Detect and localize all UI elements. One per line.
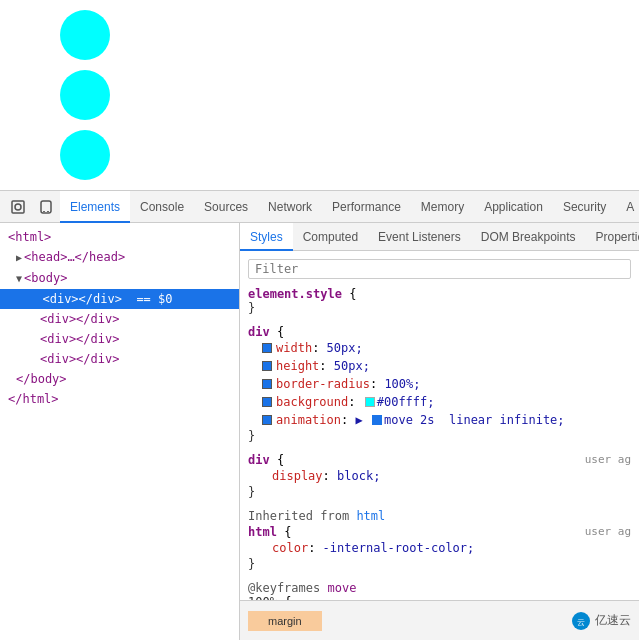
color-swatch-bg[interactable] [365, 397, 375, 407]
circle-1 [60, 10, 110, 60]
tab-performance[interactable]: Performance [322, 191, 411, 223]
css-selector-element-style: element.style { [248, 287, 631, 301]
css-block-element-style: element.style { } [248, 287, 631, 315]
subtab-computed[interactable]: Computed [293, 223, 368, 251]
devtools-content: <html> ▶<head>…</head> ▼<body> <div></di… [0, 223, 639, 640]
devtools-toolbar: Elements Console Sources Network Perform… [0, 191, 639, 223]
css-line-border-radius: border-radius: 100%; [248, 375, 631, 393]
dom-div-2[interactable]: <div></div> [0, 329, 239, 349]
svg-rect-3 [43, 211, 45, 212]
tab-console[interactable]: Console [130, 191, 194, 223]
css-line-animation: animation: ▶ move 2s linear infinite; [248, 411, 631, 429]
watermark-text: 亿速云 [595, 612, 631, 629]
css-source-ua1: user ag [585, 453, 631, 466]
css-checkbox-width[interactable] [262, 343, 272, 353]
inherited-html-link[interactable]: html [356, 509, 385, 523]
css-checkbox-background[interactable] [262, 397, 272, 407]
subtab-styles[interactable]: Styles [240, 223, 293, 251]
css-closing-brace-3: } [248, 485, 631, 499]
mobile-emulation-button[interactable] [32, 193, 60, 221]
css-checkbox-height[interactable] [262, 361, 272, 371]
tab-memory[interactable]: Memory [411, 191, 474, 223]
dom-body-close: </body> [0, 369, 239, 389]
dom-div-3[interactable]: <div></div> [0, 349, 239, 369]
svg-rect-4 [47, 211, 49, 212]
css-closing-brace-1: } [248, 301, 631, 315]
css-closing-brace-2: } [248, 429, 631, 443]
tab-sources[interactable]: Sources [194, 191, 258, 223]
css-block-html-ua: html { user ag color: -internal-root-col… [248, 525, 631, 571]
tab-network[interactable]: Network [258, 191, 322, 223]
filter-input[interactable] [255, 262, 624, 276]
subtab-dom-breakpoints[interactable]: DOM Breakpoints [471, 223, 586, 251]
inherited-html-label: Inherited from html [248, 509, 631, 523]
dom-panel[interactable]: <html> ▶<head>…</head> ▼<body> <div></di… [0, 223, 240, 640]
watermark: 云 亿速云 [571, 611, 631, 631]
box-model-margin-label: margin [268, 615, 302, 627]
circle-2 [60, 70, 110, 120]
styles-content[interactable]: element.style { } div { width: 50px; [240, 251, 639, 600]
css-closing-brace-4: } [248, 557, 631, 571]
svg-point-1 [15, 204, 21, 210]
dom-html-close: </html> [0, 389, 239, 409]
css-checkbox-border-radius[interactable] [262, 379, 272, 389]
css-block-div-ua: div { user ag display: block; } [248, 453, 631, 499]
box-model-margin: margin [248, 611, 322, 631]
tab-security[interactable]: Security [553, 191, 616, 223]
css-block-div: div { width: 50px; height: 50px; border-… [248, 325, 631, 443]
css-line-width: width: 50px; [248, 339, 631, 357]
css-source-ua2: user ag [585, 525, 631, 538]
css-line-display: display: block; [248, 467, 631, 485]
css-line-height: height: 50px; [248, 357, 631, 375]
css-block-keyframes: @keyframes move 100% { transform: transl… [248, 581, 631, 600]
svg-rect-2 [41, 201, 51, 213]
styles-panel: Styles Computed Event Listeners DOM Brea… [240, 223, 639, 640]
animation-preview [60, 10, 110, 190]
devtools-main-tabs: Elements Console Sources Network Perform… [60, 191, 635, 223]
css-keyframes-label: @keyframes move [248, 581, 631, 595]
circle-3 [60, 130, 110, 180]
filter-bar [248, 259, 631, 279]
css-checkbox-animation[interactable] [262, 415, 272, 425]
svg-text:云: 云 [577, 618, 585, 627]
dom-selected-div[interactable]: <div></div> == $0 [0, 289, 239, 309]
watermark-logo-icon: 云 [571, 611, 591, 631]
svg-rect-0 [12, 201, 24, 213]
dom-html[interactable]: <html> [0, 227, 239, 247]
css-line-background: background: #00ffff; [248, 393, 631, 411]
tab-audits[interactable]: Audits [616, 191, 635, 223]
css-selector-html-ua: html { user ag [248, 525, 631, 539]
css-selector-div: div { [248, 325, 631, 339]
dom-body[interactable]: ▼<body> [0, 268, 239, 289]
preview-area [0, 0, 639, 190]
tab-application[interactable]: Application [474, 191, 553, 223]
subtab-properties[interactable]: Properties [585, 223, 639, 251]
animation-swatch [372, 415, 382, 425]
css-selector-div-ua: div { user ag [248, 453, 631, 467]
box-model-bar: margin 云 亿速云 [240, 600, 639, 640]
tab-elements[interactable]: Elements [60, 191, 130, 223]
subtab-event-listeners[interactable]: Event Listeners [368, 223, 471, 251]
dom-div-1[interactable]: <div></div> [0, 309, 239, 329]
devtools-panel: Elements Console Sources Network Perform… [0, 190, 639, 640]
css-line-color: color: -internal-root-color; [248, 539, 631, 557]
dom-head[interactable]: ▶<head>…</head> [0, 247, 239, 268]
styles-sub-tabs: Styles Computed Event Listeners DOM Brea… [240, 223, 639, 251]
cursor-tool-button[interactable] [4, 193, 32, 221]
